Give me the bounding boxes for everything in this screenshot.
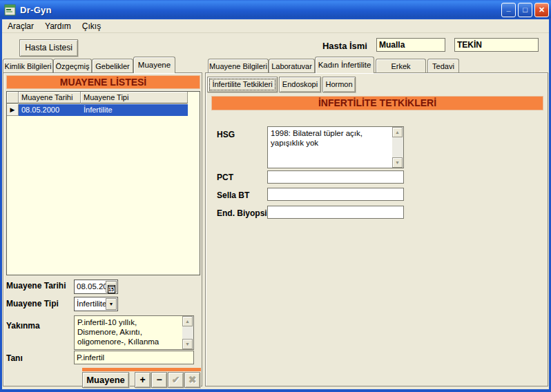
muayene-button[interactable]: Muayene: [82, 372, 129, 388]
yakinma-scrollbar[interactable]: ▲ ▼: [182, 316, 193, 349]
muayene-tipi-dropdown[interactable]: İnfertilite ▼: [74, 297, 118, 311]
close-button[interactable]: ✕: [534, 3, 549, 17]
end-biyopsi-field[interactable]: [267, 206, 404, 219]
hsg-label: HSG: [217, 130, 235, 139]
pct-label: PCT: [217, 173, 233, 182]
app-icon: [4, 4, 16, 16]
tab-gebelikler[interactable]: Gebelikler: [92, 59, 133, 73]
scroll-up-icon[interactable]: ▲: [392, 127, 403, 137]
close-icon: ✕: [539, 6, 545, 14]
yakinma-label: Yakınma: [6, 321, 40, 331]
check-icon: ✔: [172, 374, 180, 385]
muayene-tipi-value: İnfertilite: [77, 300, 106, 308]
minus-icon: −: [156, 374, 162, 385]
muayene-tarihi-datepicker[interactable]: 08.05.2000 15: [74, 280, 118, 294]
table-row[interactable]: ▶ 08.05.2000 İnfertilite: [7, 104, 188, 116]
cell-muayene-tarihi[interactable]: 08.05.2000: [19, 104, 81, 116]
grid-header-tipi: Muayene Tipi: [81, 92, 188, 104]
calendar-icon: 15: [108, 285, 115, 293]
grid-header-indicator: [7, 92, 19, 104]
yakinma-field-wrap: P.infertil-10 yıllık, Dismenore, Akıntı,…: [74, 315, 194, 350]
tani-field[interactable]: [74, 351, 194, 364]
tab-muayene[interactable]: Muayene: [133, 57, 175, 73]
yakinma-textarea[interactable]: P.infertil-10 yıllık, Dismenore, Akıntı,…: [74, 315, 194, 350]
tani-label: Tanı: [6, 353, 23, 363]
cancel-icon: ✖: [188, 374, 197, 385]
pct-field[interactable]: [267, 170, 404, 184]
infertilite-tetkikleri-button[interactable]: İnfertilite Tetkikleri: [207, 77, 278, 92]
tab-kimlik-bilgileri[interactable]: Kimlik Bilgileri: [3, 59, 53, 73]
delete-record-button[interactable]: −: [151, 372, 167, 388]
minimize-icon: _: [506, 1, 510, 14]
tab-laboratuvar[interactable]: Laboratuvar: [269, 59, 315, 73]
tab-kadin-infertilite[interactable]: Kadın İnfertilite: [315, 57, 374, 73]
scroll-down-icon[interactable]: ▼: [392, 157, 403, 168]
hasta-listesi-button[interactable]: Hasta Listesi: [19, 39, 78, 57]
menu-cikis[interactable]: Çıkış: [77, 20, 106, 32]
hsg-textarea[interactable]: 1998: Bilateral tüpler açık, yapışıklık …: [267, 126, 404, 168]
sella-bt-label: Sella BT: [217, 190, 249, 200]
window-border-bottom: [0, 389, 551, 392]
title-bar: Dr-Gyn _ □ ✕: [0, 0, 551, 19]
tab-muayene-bilgileri[interactable]: Muayene Bilgileri: [208, 59, 269, 73]
navigator-accent-strip: [82, 368, 201, 371]
patient-last-name-field[interactable]: [454, 38, 539, 52]
scroll-down-icon[interactable]: ▼: [182, 339, 193, 349]
window-title: Dr-Gyn: [20, 5, 52, 15]
maximize-icon: □: [523, 6, 528, 14]
muayene-tarihi-label: Muayene Tarihi: [6, 281, 66, 291]
hasta-ismi-label: Hasta İsmi: [304, 41, 367, 51]
kadin-infertilite-tab-page: İnfertilite Tetkikleri Endoskopi Hormon …: [205, 72, 548, 386]
menu-yardim[interactable]: Yardım: [39, 20, 77, 32]
muayene-tab-page: MUAYENE LİSTESİ Muayene Tarihi Muayene T…: [3, 72, 202, 386]
application-window: Dr-Gyn _ □ ✕ Araçlar Yardım Çıkış Hasta …: [0, 0, 551, 392]
minimize-button[interactable]: _: [501, 3, 516, 17]
endoskopi-button[interactable]: Endoskopi: [279, 77, 321, 92]
menu-araclar[interactable]: Araçlar: [2, 20, 39, 32]
infertilite-tetkikleri-banner: İNFERTİLİTE TETKİKLERİ: [211, 96, 543, 110]
window-border-left: [0, 19, 2, 392]
insert-record-button[interactable]: +: [135, 372, 151, 388]
post-record-button[interactable]: ✔: [168, 372, 184, 388]
muayene-tipi-label: Muayene Tipi: [6, 299, 59, 308]
hsg-field-wrap: 1998: Bilateral tüpler açık, yapışıklık …: [267, 126, 404, 168]
tab-ozgecmis[interactable]: Özgeçmiş: [53, 59, 92, 73]
scroll-up-icon[interactable]: ▲: [182, 316, 193, 326]
end-biyopsi-label: End. Biyopsi: [217, 208, 267, 218]
tab-tedavi[interactable]: Tedavi: [427, 59, 459, 73]
plus-icon: +: [139, 374, 145, 385]
maximize-button[interactable]: □: [518, 3, 532, 17]
muayene-listesi-banner: MUAYENE LİSTESİ: [6, 75, 200, 89]
grid-header-row: Muayene Tarihi Muayene Tipi: [7, 92, 188, 104]
hsg-scrollbar[interactable]: ▲ ▼: [392, 127, 403, 168]
cell-muayene-tipi[interactable]: İnfertilite: [81, 104, 188, 116]
sella-bt-field[interactable]: [267, 188, 404, 201]
patient-first-name-field[interactable]: [376, 38, 445, 52]
grid-header-tarih: Muayene Tarihi: [19, 92, 81, 104]
hormon-button[interactable]: Hormon: [322, 77, 356, 92]
chevron-down-icon: ▼: [106, 299, 116, 310]
row-indicator-icon: ▶: [7, 104, 19, 116]
calendar-button[interactable]: 15: [106, 281, 117, 293]
menu-bar: Araçlar Yardım Çıkış: [2, 19, 549, 33]
tab-erkek-infertilite[interactable]: Erkek İnfertilite: [376, 59, 426, 73]
dropdown-button[interactable]: ▼: [106, 298, 117, 310]
muayene-grid[interactable]: Muayene Tarihi Muayene Tipi ▶ 08.05.2000…: [6, 91, 200, 275]
cancel-record-button[interactable]: ✖: [184, 372, 200, 388]
